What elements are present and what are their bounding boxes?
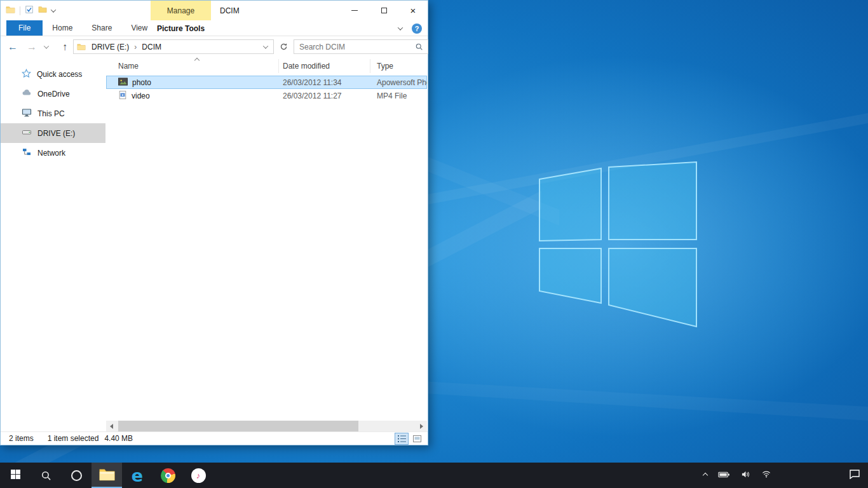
- explorer-system-icon[interactable]: [6, 5, 15, 17]
- sidebar-item-label: Network: [37, 149, 65, 158]
- action-center-button[interactable]: [849, 463, 860, 488]
- ribbon-tab-manage[interactable]: Manage: [151, 1, 211, 20]
- photo-file-icon: [118, 78, 128, 88]
- action-center-icon: [849, 469, 860, 482]
- scroll-left-button[interactable]: [106, 421, 117, 431]
- properties-icon[interactable]: [25, 5, 34, 16]
- file-date-modified: 26/03/2012 11:27: [279, 92, 370, 100]
- battery-icon[interactable]: [718, 470, 730, 481]
- video-file-icon: [118, 90, 127, 102]
- scroll-right-icon: [420, 424, 423, 429]
- sidebar-item-onedrive[interactable]: OneDrive: [1, 84, 105, 104]
- forward-button[interactable]: →: [24, 39, 40, 55]
- expand-ribbon-icon[interactable]: [398, 25, 403, 30]
- file-row-photo[interactable]: photo 26/03/2012 11:34 Apowersoft Pho: [106, 76, 427, 89]
- column-header-type[interactable]: Type: [370, 59, 427, 73]
- column-header-date-modified[interactable]: Date modified: [279, 59, 370, 73]
- sidebar-item-label: OneDrive: [37, 90, 70, 98]
- edge-icon: e: [132, 467, 143, 484]
- minimize-icon: [351, 10, 358, 11]
- taskbar-search-button[interactable]: [31, 463, 61, 488]
- file-list: Name Date modified Type photo 26/03/2012…: [106, 57, 427, 421]
- file-name: video: [132, 92, 150, 100]
- tab-home[interactable]: Home: [43, 20, 82, 36]
- status-selected-size: 4.40 MB: [104, 434, 133, 443]
- search-icon[interactable]: [415, 43, 423, 51]
- file-date-modified: 26/03/2012 11:34: [279, 78, 370, 87]
- customize-quick-access-icon[interactable]: [51, 7, 56, 12]
- sidebar-item-label: Quick access: [37, 70, 82, 79]
- taskbar-edge-button[interactable]: e: [122, 463, 153, 488]
- close-button[interactable]: ×: [398, 1, 428, 20]
- computer-icon: [22, 107, 32, 119]
- show-hidden-icons-button[interactable]: [703, 473, 708, 478]
- start-button[interactable]: [0, 463, 31, 488]
- tab-picture-tools[interactable]: Picture Tools: [151, 20, 211, 36]
- network-icon: [22, 147, 32, 159]
- details-view-button[interactable]: [395, 433, 409, 445]
- view-toggles: [395, 433, 424, 445]
- tab-share[interactable]: Share: [82, 20, 121, 36]
- taskbar-itunes-button[interactable]: ♪: [183, 463, 214, 488]
- column-headers: Name Date modified Type: [106, 57, 427, 76]
- close-icon: ×: [410, 5, 416, 16]
- drive-icon: [22, 127, 32, 139]
- file-explorer-icon: [99, 468, 115, 484]
- window-controls: ×: [340, 1, 428, 20]
- tab-file[interactable]: File: [6, 20, 43, 36]
- ribbon-tabs-row: File Home Share View Picture Tools ?: [1, 20, 428, 36]
- sidebar-item-quick-access[interactable]: Quick access: [1, 64, 105, 84]
- address-folder-icon: [77, 43, 86, 51]
- taskbar-chrome-button[interactable]: [153, 463, 183, 488]
- back-button[interactable]: ←: [4, 39, 21, 55]
- status-bar: 2 items 1 item selected 4.40 MB: [1, 431, 428, 445]
- recent-locations-button[interactable]: [41, 39, 51, 55]
- sidebar-item-label: DRIVE (E:): [37, 129, 75, 138]
- status-item-count: 2 items: [9, 434, 34, 443]
- breadcrumb-drive[interactable]: DRIVE (E:): [87, 40, 133, 53]
- breadcrumb-folder[interactable]: DCIM: [137, 40, 166, 53]
- cortana-button[interactable]: [61, 463, 92, 488]
- itunes-icon: ♪: [191, 468, 206, 483]
- chevron-down-icon: [44, 43, 49, 48]
- title-bar[interactable]: Manage DCIM ×: [1, 1, 428, 20]
- ribbon-right-controls: ?: [398, 20, 422, 36]
- help-button[interactable]: ?: [412, 24, 422, 34]
- file-explorer-window: Manage DCIM × File Home Share View Pictu…: [0, 0, 428, 445]
- horizontal-scrollbar[interactable]: [106, 421, 427, 431]
- taskbar-file-explorer-button[interactable]: [92, 463, 122, 488]
- scroll-left-icon: [110, 424, 113, 429]
- cortana-icon: [71, 470, 82, 481]
- refresh-button[interactable]: [276, 39, 291, 54]
- network-wifi-icon[interactable]: [761, 470, 771, 481]
- maximize-button[interactable]: [369, 1, 398, 20]
- column-header-name[interactable]: Name: [106, 59, 279, 73]
- up-button[interactable]: ↑: [57, 39, 73, 55]
- system-tray: [703, 463, 771, 488]
- file-type: Apowersoft Pho: [370, 78, 427, 87]
- navigation-pane: Quick access OneDrive This PC DRIVE (E:)…: [1, 64, 105, 163]
- large-icons-view-button[interactable]: [410, 433, 424, 445]
- new-folder-icon[interactable]: [38, 5, 47, 16]
- search-box: [294, 39, 428, 54]
- volume-icon[interactable]: [741, 470, 750, 482]
- address-dropdown-icon[interactable]: [263, 43, 268, 48]
- file-type: MP4 File: [370, 92, 427, 100]
- minimize-button[interactable]: [340, 1, 369, 20]
- file-row-video[interactable]: video 26/03/2012 11:27 MP4 File: [106, 89, 427, 102]
- sidebar-item-drive-e[interactable]: DRIVE (E:): [1, 123, 105, 143]
- chrome-icon: [161, 468, 175, 483]
- address-bar[interactable]: DRIVE (E:) › DCIM: [73, 39, 274, 54]
- file-name: photo: [132, 78, 151, 87]
- sidebar-item-this-pc[interactable]: This PC: [1, 104, 105, 123]
- windows-logo-icon: [10, 469, 21, 482]
- window-title: DCIM: [220, 1, 240, 20]
- star-icon: [22, 69, 31, 80]
- toolbar-divider: [20, 6, 20, 15]
- sidebar-item-network[interactable]: Network: [1, 143, 105, 163]
- sidebar-item-label: This PC: [37, 109, 65, 118]
- scrollbar-thumb[interactable]: [118, 421, 358, 431]
- scroll-right-button[interactable]: [416, 421, 427, 431]
- status-selected-count: 1 item selected: [48, 434, 99, 443]
- search-input[interactable]: [294, 43, 415, 51]
